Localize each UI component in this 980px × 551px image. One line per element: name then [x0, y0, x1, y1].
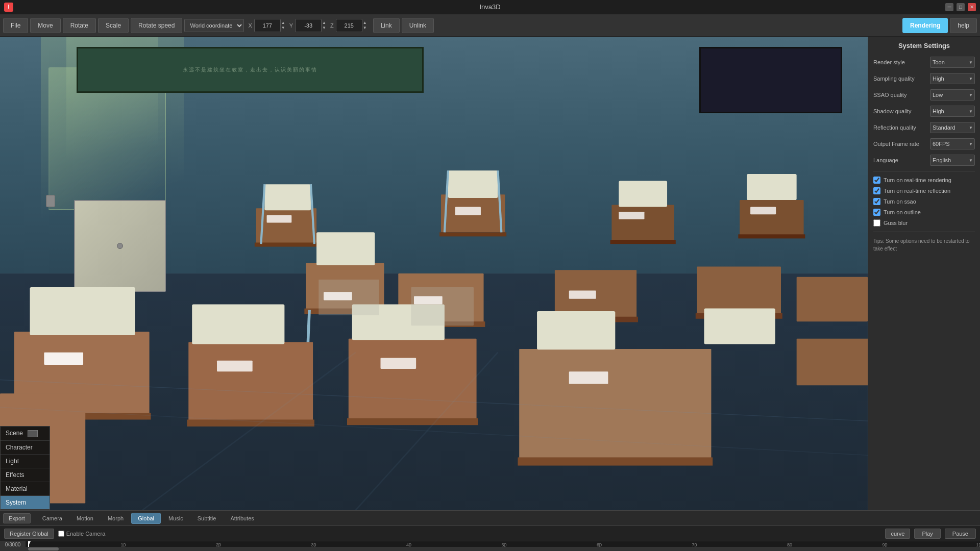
register-global-button[interactable]: Register Global	[4, 529, 54, 539]
menu-item-material[interactable]: Material	[1, 482, 50, 496]
play-button[interactable]: Play	[914, 529, 940, 539]
close-button[interactable]: ✕	[968, 3, 976, 11]
ruler-tick-10	[124, 543, 124, 547]
pause-button[interactable]: Pause	[945, 529, 976, 539]
coordinate-mode-dropdown[interactable]: World coordinate	[184, 19, 244, 32]
file-button[interactable]: File	[3, 18, 28, 33]
left-menu: Scene Character Light Effects Material S…	[0, 426, 50, 510]
scale-button[interactable]: Scale	[98, 18, 129, 33]
main-area: 永远不是建筑坐在教室，走出去，认识美丽的事情	[0, 37, 980, 510]
realtime-rendering-label[interactable]: Turn on real-time rendering	[884, 177, 951, 183]
timeline-tabs: Export Camera Motion Morph Global Music …	[0, 511, 980, 526]
ssao-label[interactable]: Turn on ssao	[884, 198, 916, 205]
blackboard	[699, 47, 842, 113]
realtime-reflection-label[interactable]: Turn on real-time reflection	[884, 188, 950, 194]
help-button[interactable]: help	[950, 18, 977, 33]
ssao-quality-wrapper[interactable]: Low Medium High	[930, 89, 975, 101]
link-button[interactable]: Link	[373, 18, 400, 33]
minimize-button[interactable]: ─	[945, 3, 953, 11]
z-arrows[interactable]: ▲▼	[363, 20, 367, 31]
scroll-thumb[interactable]	[28, 547, 59, 550]
shadow-quality-wrapper[interactable]: High Medium Low	[930, 106, 975, 117]
tab-music[interactable]: Music	[162, 513, 190, 524]
move-button[interactable]: Move	[30, 18, 60, 33]
realtime-rendering-checkbox[interactable]	[873, 177, 880, 184]
language-dropdown[interactable]: English 中文	[930, 155, 975, 166]
tab-attributes[interactable]: Attributes	[224, 513, 260, 524]
playhead[interactable]	[28, 541, 29, 547]
rotate-button[interactable]: Rotate	[63, 18, 96, 33]
enable-camera-checkbox[interactable]	[58, 531, 64, 537]
render-style-wrapper[interactable]: Toon Realistic	[930, 57, 975, 68]
render-style-dropdown[interactable]: Toon Realistic	[930, 57, 975, 68]
ruler-tick-90	[885, 543, 886, 547]
ssao-quality-dropdown[interactable]: Low Medium High	[930, 89, 975, 101]
language-wrapper[interactable]: English 中文	[930, 155, 975, 166]
chalkboard: 永远不是建筑坐在教室，走出去，认识美丽的事情	[77, 47, 424, 93]
menu-item-effects[interactable]: Effects	[1, 468, 50, 482]
window-controls[interactable]: ─ □ ✕	[945, 3, 976, 11]
unlink-button[interactable]: Unlink	[402, 18, 434, 33]
scene-floor	[0, 273, 868, 510]
ruler-tick-60	[599, 543, 600, 547]
titlebar: I Inva3D ─ □ ✕	[0, 0, 980, 14]
tab-subtitle[interactable]: Subtitle	[191, 513, 223, 524]
shadow-quality-dropdown[interactable]: High Medium Low	[930, 106, 975, 117]
export-button[interactable]: Export	[3, 513, 31, 523]
tab-global[interactable]: Global	[131, 513, 161, 524]
timeline: Export Camera Motion Morph Global Music …	[0, 510, 980, 551]
ruler-marks: 0 10 20 30 40 50 60 70 80 90	[28, 541, 980, 547]
y-input[interactable]: -33	[295, 19, 322, 32]
outline-checkbox[interactable]	[873, 209, 880, 216]
curve-button[interactable]: curve	[885, 529, 910, 539]
frame-rate-label: Output Frame rate	[873, 141, 930, 147]
z-input[interactable]: 215	[336, 19, 362, 32]
ruler-track[interactable]: 0 10 20 30 40 50 60 70 80 90	[28, 541, 980, 547]
scene-thumbnail	[28, 430, 38, 437]
sampling-quality-wrapper[interactable]: High Medium Low	[930, 73, 975, 84]
realtime-reflection-row: Turn on real-time reflection	[873, 187, 975, 194]
ssao-checkbox[interactable]	[873, 198, 880, 205]
ruler-tick-70	[695, 543, 695, 547]
app-title: Inva3D	[479, 3, 500, 11]
frame-rate-dropdown[interactable]: 60FPS 30FPS 24FPS	[930, 138, 975, 149]
sampling-quality-dropdown[interactable]: High Medium Low	[930, 73, 975, 84]
realtime-reflection-checkbox[interactable]	[873, 187, 880, 194]
toolbar: File Move Rotate Scale Rotate speed Worl…	[0, 14, 980, 37]
outline-row: Turn on outline	[873, 209, 975, 216]
viewport[interactable]: 永远不是建筑坐在教室，走出去，认识美丽的事情	[0, 37, 868, 510]
outline-label[interactable]: Turn on outline	[884, 209, 921, 215]
cabinet	[74, 200, 166, 292]
reflection-quality-dropdown[interactable]: Standard High Low	[930, 122, 975, 133]
menu-item-scene[interactable]: Scene	[1, 427, 50, 441]
panel-title: System Settings	[873, 42, 975, 49]
timeline-scrollbar[interactable]	[0, 547, 980, 551]
enable-camera-label[interactable]: Enable Camera	[66, 531, 105, 537]
menu-item-system[interactable]: System	[1, 496, 50, 510]
tab-camera[interactable]: Camera	[36, 513, 69, 524]
rendering-button[interactable]: Rendering	[902, 18, 948, 33]
y-arrows[interactable]: ▲▼	[322, 20, 326, 31]
menu-item-character[interactable]: Character	[1, 441, 50, 455]
tab-morph[interactable]: Morph	[101, 513, 130, 524]
ruler-tick-40	[409, 543, 409, 547]
reflection-quality-wrapper[interactable]: Standard High Low	[930, 122, 975, 133]
maximize-button[interactable]: □	[957, 3, 965, 11]
x-input[interactable]: 177	[254, 19, 281, 32]
x-arrows[interactable]: ▲▼	[281, 20, 285, 31]
guss-blur-checkbox[interactable]	[873, 219, 880, 227]
rotate-speed-button[interactable]: Rotate speed	[131, 18, 182, 33]
realtime-rendering-row: Turn on real-time rendering	[873, 177, 975, 184]
ruler-tick-100	[979, 543, 979, 547]
timeline-ruler[interactable]: 0/3000 0 10 20 30 40 50 60 70	[0, 541, 980, 547]
sampling-quality-label: Sampling quality	[873, 76, 930, 82]
render-style-row: Render style Toon Realistic	[873, 57, 975, 68]
tab-motion[interactable]: Motion	[70, 513, 100, 524]
reflection-quality-label: Reflection quality	[873, 124, 930, 131]
ssao-row: Turn on ssao	[873, 198, 975, 205]
guss-blur-label[interactable]: Guss blur	[884, 220, 908, 226]
frame-rate-wrapper[interactable]: 60FPS 30FPS 24FPS	[930, 138, 975, 149]
menu-item-light[interactable]: Light	[1, 455, 50, 468]
render-style-label: Render style	[873, 59, 930, 65]
ssao-quality-row: SSAO quality Low Medium High	[873, 89, 975, 101]
